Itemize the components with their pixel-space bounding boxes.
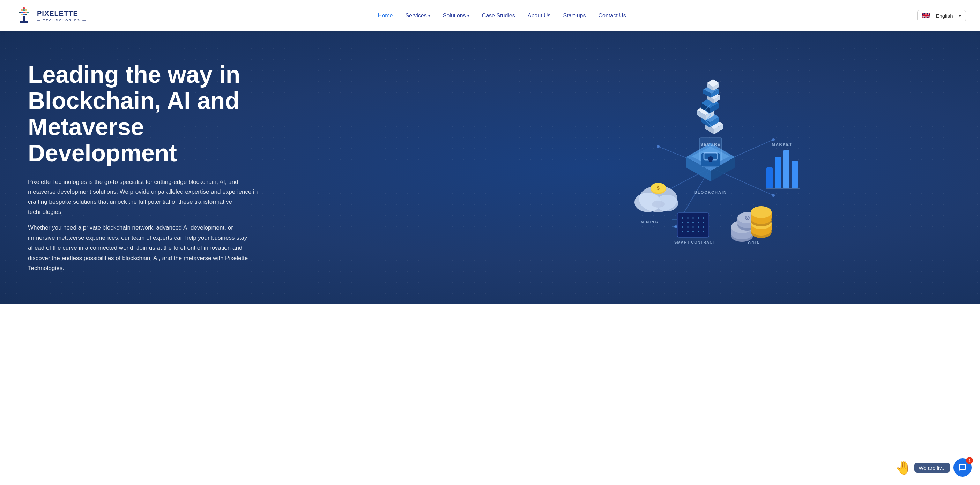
logo-name: PIXELETTE: [37, 10, 87, 17]
svg-rect-1: [21, 10, 23, 11]
svg-rect-9: [21, 14, 23, 15]
svg-text:$: $: [657, 185, 660, 191]
svg-text:MINING: MINING: [640, 220, 659, 224]
svg-rect-107: [767, 167, 773, 188]
svg-text:BLOCKCHAIN: BLOCKCHAIN: [694, 190, 727, 194]
svg-rect-63: [709, 159, 712, 162]
svg-rect-13: [19, 21, 28, 23]
svg-point-24: [772, 138, 775, 141]
svg-rect-4: [19, 11, 21, 13]
logo[interactable]: PIXELETTE — TECHNOLOGIES —: [14, 6, 87, 25]
svg-point-79: [698, 226, 699, 228]
svg-point-66: [682, 217, 683, 219]
nav-contact[interactable]: Contact Us: [598, 13, 626, 19]
logo-text: PIXELETTE — TECHNOLOGIES —: [37, 10, 87, 22]
svg-point-75: [703, 222, 704, 223]
svg-point-69: [698, 217, 699, 219]
nav-case-studies[interactable]: Case Studies: [482, 13, 515, 19]
svg-point-76: [682, 226, 683, 228]
svg-point-21: [772, 194, 775, 197]
svg-rect-110: [792, 161, 798, 188]
svg-point-105: [751, 206, 772, 218]
svg-rect-0: [23, 7, 25, 9]
svg-point-68: [692, 217, 694, 219]
svg-rect-7: [25, 11, 27, 13]
svg-rect-109: [783, 150, 789, 188]
solutions-arrow-icon: ▾: [467, 14, 469, 18]
language-dropdown-icon: ▾: [959, 13, 961, 19]
svg-point-58: [652, 200, 665, 208]
svg-point-77: [687, 226, 689, 228]
nav-startups[interactable]: Start-ups: [563, 13, 586, 19]
svg-point-84: [698, 231, 699, 232]
hero-description-2: Whether you need a private blockchain ne…: [28, 223, 258, 273]
services-arrow-icon: ▾: [428, 14, 430, 18]
nav-solutions[interactable]: Solutions ▾: [443, 13, 469, 19]
svg-point-74: [698, 222, 699, 223]
logo-icon: [14, 6, 33, 25]
hero-description-1: Pixelette Technologies is the go-to spec…: [28, 177, 258, 218]
svg-point-80: [703, 226, 704, 228]
hero-title: Leading the way in Blockchain, AI and Me…: [28, 61, 279, 166]
svg-text:MARKET: MARKET: [772, 142, 792, 146]
blockchain-scene-svg: BLOCKCHAIN: [602, 59, 819, 276]
svg-rect-10: [23, 14, 25, 15]
svg-rect-6: [23, 11, 25, 13]
svg-text:◎: ◎: [745, 215, 750, 221]
svg-rect-5: [21, 11, 23, 13]
svg-rect-12: [23, 16, 25, 21]
svg-point-81: [682, 231, 683, 232]
svg-point-85: [703, 231, 704, 232]
main-nav: Home Services ▾ Solutions ▾ Case Studies…: [378, 13, 626, 19]
language-selector[interactable]: English ▾: [917, 10, 966, 21]
nav-services[interactable]: Services ▾: [405, 13, 430, 19]
svg-point-83: [692, 231, 694, 232]
svg-rect-108: [775, 157, 781, 188]
language-label: English: [935, 13, 953, 19]
svg-text:SECURE: SECURE: [700, 142, 721, 146]
svg-point-22: [657, 145, 660, 148]
svg-rect-11: [25, 14, 27, 15]
svg-rect-65: [678, 213, 709, 237]
svg-point-78: [692, 226, 694, 228]
hero-content: Leading the way in Blockchain, AI and Me…: [28, 61, 279, 273]
logo-sub: — TECHNOLOGIES —: [37, 18, 87, 22]
svg-text:SMART CONTRACT: SMART CONTRACT: [674, 240, 716, 244]
nav-about[interactable]: About Us: [528, 13, 551, 19]
header: PIXELETTE — TECHNOLOGIES — Home Services…: [0, 0, 980, 32]
svg-point-70: [703, 217, 704, 219]
svg-rect-3: [25, 10, 27, 11]
svg-rect-2: [23, 10, 25, 11]
hero-section: Leading the way in Blockchain, AI and Me…: [0, 32, 980, 304]
svg-point-72: [687, 222, 689, 223]
svg-point-71: [682, 222, 683, 223]
svg-point-67: [687, 217, 689, 219]
hero-illustration: BLOCKCHAIN: [441, 32, 980, 304]
svg-rect-8: [27, 11, 29, 13]
uk-flag-icon: [922, 13, 930, 19]
svg-point-73: [692, 222, 694, 223]
nav-home[interactable]: Home: [378, 13, 393, 19]
svg-point-82: [687, 231, 689, 232]
svg-text:COIN: COIN: [748, 241, 760, 245]
